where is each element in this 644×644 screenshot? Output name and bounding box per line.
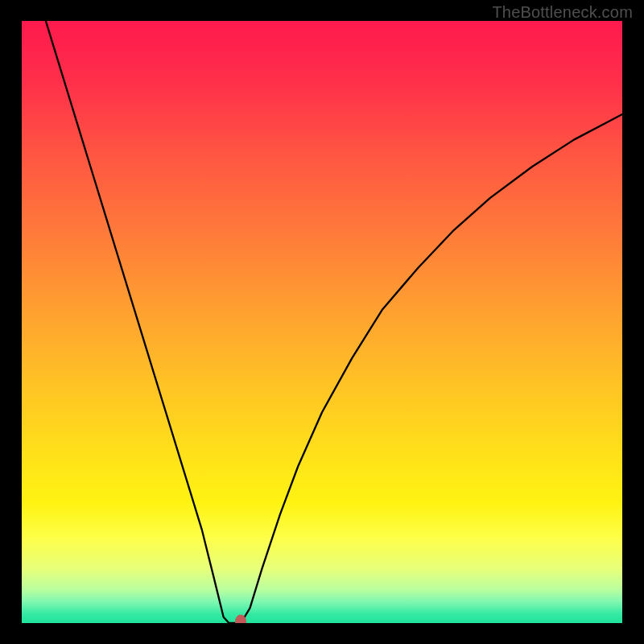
bottleneck-curve	[22, 21, 622, 623]
plot-area	[22, 21, 622, 623]
watermark-text: TheBottleneck.com	[492, 3, 633, 22]
optimal-point-marker	[235, 615, 246, 624]
chart-container: TheBottleneck.com	[0, 0, 644, 644]
